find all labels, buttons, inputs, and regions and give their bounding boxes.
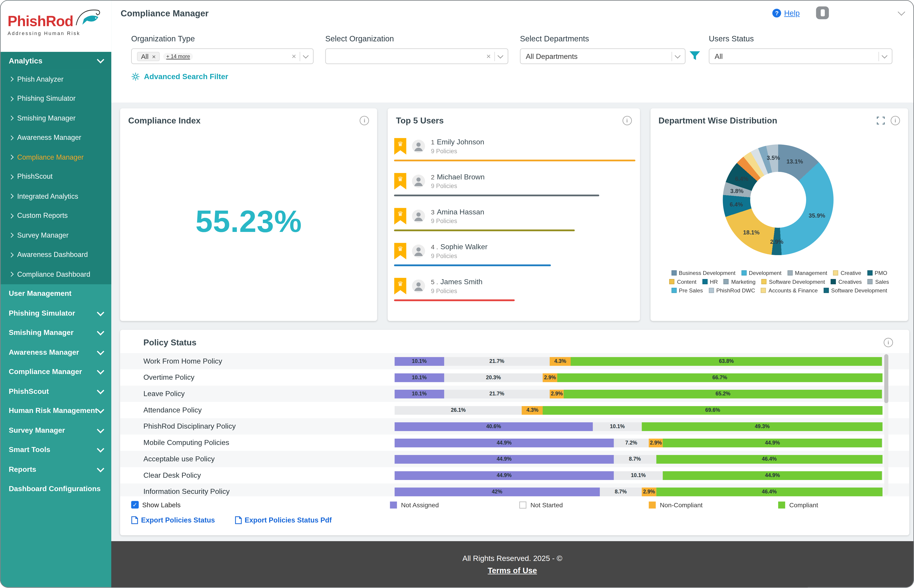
top-user-row[interactable]: ♛4 .Sophie Walker9 Policies bbox=[394, 236, 635, 271]
brand-logo[interactable]: PhishRod Addressing Human Risk bbox=[1, 1, 112, 52]
bar-segment-not-assigned[interactable]: 42% bbox=[395, 487, 600, 496]
legend-item-pre-sales[interactable]: Pre Sales bbox=[671, 287, 703, 294]
top-user-row[interactable]: ♛3Amina Hassan9 Policies bbox=[394, 201, 635, 236]
info-icon[interactable]: i bbox=[622, 116, 632, 125]
legend-item-software-development[interactable]: Software Development bbox=[824, 287, 887, 294]
bar-segment-not-started[interactable]: 10.1% bbox=[614, 471, 663, 480]
filter-funnel-icon[interactable] bbox=[689, 51, 700, 61]
legend-item-accounts-finance[interactable]: Accounts & Finance bbox=[761, 287, 818, 294]
bar-segment-compliant[interactable]: 66.7% bbox=[557, 373, 882, 382]
expand-icon[interactable] bbox=[877, 116, 885, 124]
legend-item-content[interactable]: Content bbox=[669, 279, 697, 285]
organization-type-select[interactable]: All × + 14 more × bbox=[131, 48, 314, 64]
info-icon[interactable]: i bbox=[891, 116, 900, 125]
top-user-row[interactable]: ♛1Emily Johnson9 Policies bbox=[394, 131, 635, 166]
sidebar-item-user-management[interactable]: User Management bbox=[1, 284, 112, 304]
sidebar-subitem-phish-analyzer[interactable]: Phish Analyzer bbox=[1, 69, 112, 89]
select-departments-select[interactable]: All Departments bbox=[520, 48, 686, 64]
bar-segment-not-assigned[interactable]: 44.9% bbox=[395, 454, 614, 463]
legend-item-creatives[interactable]: Creatives bbox=[831, 279, 862, 285]
bar-segment-compliant[interactable]: 46.4% bbox=[656, 454, 883, 463]
bar-segment-not-started[interactable]: 8.7% bbox=[614, 454, 656, 463]
bar-segment-non-compliant[interactable]: 4.3% bbox=[522, 405, 543, 414]
bar-segment-non-compliant[interactable]: 2.9% bbox=[649, 438, 663, 447]
legend-item-software-development[interactable]: Software Development bbox=[761, 279, 825, 285]
sidebar-item-smishing-manager[interactable]: Smishing Manager bbox=[1, 323, 112, 342]
bar-segment-not-assigned[interactable]: 44.9% bbox=[395, 438, 614, 447]
terms-of-use-link[interactable]: Terms of Use bbox=[488, 566, 537, 575]
sidebar-item-dashboard-configurations[interactable]: Dashboard Configurations bbox=[1, 479, 112, 499]
header-chevron-down-icon[interactable] bbox=[898, 8, 905, 16]
sidebar-item-awareness-manager[interactable]: Awareness Manager bbox=[1, 342, 112, 362]
user-badge[interactable] bbox=[816, 6, 829, 19]
legend-item-management[interactable]: Management bbox=[787, 270, 827, 276]
policy-scrollbar-thumb[interactable] bbox=[884, 354, 888, 403]
bar-segment-not-assigned[interactable]: 44.9% bbox=[395, 471, 614, 480]
more-items-badge[interactable]: + 14 more bbox=[164, 53, 193, 60]
bar-segment-not-started[interactable]: 26.1% bbox=[395, 405, 522, 414]
sidebar-subitem-phishing-simulator[interactable]: Phishing Simulator bbox=[1, 89, 112, 108]
legend-item-pmo[interactable]: PMO bbox=[867, 270, 887, 276]
sidebar-subitem-phishscout[interactable]: PhishScout bbox=[1, 167, 112, 186]
sidebar-subitem-awareness-dashboard[interactable]: Awareness Dashboard bbox=[1, 245, 112, 265]
bar-segment-compliant[interactable]: 63.8% bbox=[570, 357, 882, 365]
policy-stacked-bar[interactable]: 42%8.7%2.9%46.4% bbox=[395, 487, 882, 496]
sidebar-subitem-compliance-dashboard[interactable]: Compliance Dashboard bbox=[1, 265, 112, 284]
sidebar-subitem-compliance-manager[interactable]: Compliance Manager bbox=[1, 147, 112, 167]
policy-stacked-bar[interactable]: 10.1%21.7%4.3%63.8% bbox=[395, 357, 882, 365]
top-user-row[interactable]: ♛5 .James Smith9 Policies bbox=[394, 271, 635, 306]
sidebar-subitem-custom-reports[interactable]: Custom Reports bbox=[1, 206, 112, 226]
bar-segment-compliant[interactable]: 69.6% bbox=[543, 405, 882, 414]
bar-segment-non-compliant[interactable]: 2.9% bbox=[642, 487, 656, 496]
users-status-select[interactable]: All bbox=[709, 48, 892, 64]
selected-org-type-chip[interactable]: All × bbox=[137, 52, 160, 61]
policy-stacked-bar[interactable]: 10.1%20.3%2.9%66.7% bbox=[395, 373, 882, 382]
info-icon[interactable]: i bbox=[884, 338, 893, 347]
bar-segment-not-started[interactable]: 20.3% bbox=[444, 373, 543, 382]
legend-item-creative[interactable]: Creative bbox=[833, 270, 861, 276]
sidebar-item-compliance-manager[interactable]: Compliance Manager bbox=[1, 362, 112, 381]
bar-segment-not-started[interactable]: 7.2% bbox=[614, 438, 649, 447]
policy-stacked-bar[interactable]: 44.9%10.1%44.9% bbox=[395, 471, 882, 480]
sidebar-item-reports[interactable]: Reports bbox=[1, 460, 112, 479]
policy-scrollbar[interactable] bbox=[884, 354, 888, 495]
policy-stacked-bar[interactable]: 10.1%21.7%2.9%65.2% bbox=[395, 389, 882, 398]
sidebar-item-analytics[interactable]: Analytics bbox=[1, 52, 112, 69]
chip-remove-icon[interactable]: × bbox=[152, 53, 156, 60]
bar-segment-not-assigned[interactable]: 10.1% bbox=[395, 373, 444, 382]
bar-segment-non-compliant[interactable]: 2.9% bbox=[543, 373, 557, 382]
bar-segment-not-started[interactable]: 8.7% bbox=[600, 487, 642, 496]
export-policies-status-pdf-link[interactable]: Export Policies Status Pdf bbox=[235, 516, 332, 524]
bar-segment-compliant[interactable]: 44.9% bbox=[663, 471, 882, 480]
bar-segment-non-compliant[interactable]: 2.9% bbox=[550, 389, 564, 398]
info-icon[interactable]: i bbox=[360, 116, 369, 125]
sidebar-item-phishscout[interactable]: PhishScout bbox=[1, 381, 112, 401]
bar-segment-not-assigned[interactable]: 10.1% bbox=[395, 389, 444, 398]
bar-segment-compliant[interactable]: 44.9% bbox=[663, 438, 882, 447]
legend-item-phishrod-dwc[interactable]: PhishRod DWC bbox=[709, 287, 755, 294]
legend-item-hr[interactable]: HR bbox=[702, 279, 718, 285]
bar-segment-not-started[interactable]: 10.1% bbox=[593, 422, 642, 431]
bar-segment-not-started[interactable]: 21.7% bbox=[444, 389, 550, 398]
sidebar-subitem-integrated-analytics[interactable]: Integrated Analytics bbox=[1, 186, 112, 206]
clear-icon[interactable]: × bbox=[292, 52, 296, 60]
sidebar-item-phishing-simulator[interactable]: Phishing Simulator bbox=[1, 304, 112, 323]
select-organization-select[interactable]: × bbox=[325, 48, 508, 64]
policy-stacked-bar[interactable]: 44.9%8.7%46.4% bbox=[395, 454, 882, 463]
bar-segment-compliant[interactable]: 65.2% bbox=[564, 389, 882, 398]
department-donut-chart[interactable] bbox=[723, 144, 833, 255]
policy-stacked-bar[interactable]: 44.9%7.2%2.9%44.9% bbox=[395, 438, 882, 447]
sidebar-subitem-smishing-manager[interactable]: Smishing Manager bbox=[1, 108, 112, 128]
sidebar-item-smart-tools[interactable]: Smart Tools bbox=[1, 440, 112, 460]
policy-stacked-bar[interactable]: 26.1%4.3%69.6% bbox=[395, 405, 882, 414]
legend-item-business-development[interactable]: Business Development bbox=[671, 270, 736, 276]
sidebar-subitem-awareness-manager[interactable]: Awareness Manager bbox=[1, 128, 112, 147]
legend-item-sales[interactable]: Sales bbox=[868, 279, 889, 285]
sidebar-item-human-risk-management[interactable]: Human Risk Management bbox=[1, 401, 112, 421]
bar-segment-not-assigned[interactable]: 40.6% bbox=[395, 422, 593, 431]
bar-segment-compliant[interactable]: 46.4% bbox=[656, 487, 883, 496]
top-user-row[interactable]: ♛2Michael Brown9 Policies bbox=[394, 166, 635, 201]
clear-icon[interactable]: × bbox=[486, 52, 491, 60]
legend-item-development[interactable]: Development bbox=[741, 270, 781, 276]
legend-item-marketing[interactable]: Marketing bbox=[724, 279, 755, 285]
